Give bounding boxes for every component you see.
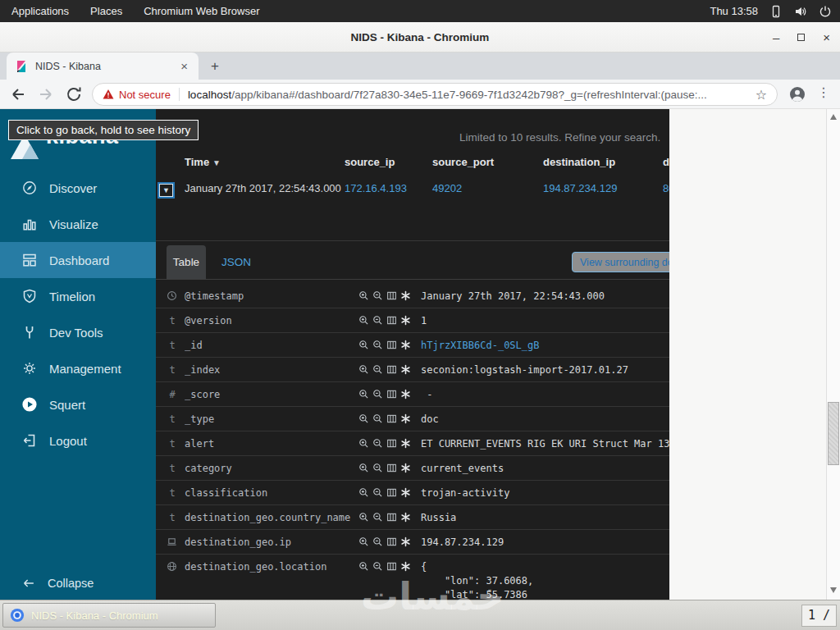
- clock[interactable]: Thu 13:58: [710, 5, 758, 17]
- toggle-column-icon[interactable]: [386, 512, 397, 523]
- zoom-in-icon[interactable]: [358, 389, 369, 399]
- zoom-in-icon[interactable]: [358, 340, 369, 350]
- minimize-button[interactable]: –: [773, 31, 779, 43]
- maximize-button[interactable]: [797, 34, 805, 41]
- outer-scrollbar-thumb[interactable]: [828, 402, 839, 465]
- back-icon[interactable]: [8, 84, 28, 104]
- display-icon[interactable]: [769, 5, 783, 18]
- zoom-in-icon[interactable]: [358, 413, 369, 424]
- field-actions: [358, 481, 421, 498]
- cell-destination-ip[interactable]: 194.87.234.129: [543, 182, 617, 194]
- sidebar-item-timelion[interactable]: Timelion: [0, 278, 156, 314]
- toggle-column-icon[interactable]: [386, 536, 397, 547]
- asterisk-icon[interactable]: [400, 561, 411, 572]
- address-bar[interactable]: Not secure localhost/app/kibana#/dashboa…: [92, 83, 778, 106]
- zoom-out-icon[interactable]: [372, 290, 383, 301]
- sidebar-collapse-button[interactable]: Collapse: [0, 567, 156, 600]
- zoom-in-icon[interactable]: [358, 487, 369, 498]
- doc-tab-json[interactable]: JSON: [217, 245, 255, 279]
- forward-icon[interactable]: [36, 84, 56, 104]
- toggle-column-icon[interactable]: [386, 364, 397, 375]
- zoom-in-icon[interactable]: [358, 364, 369, 375]
- zoom-out-icon[interactable]: [372, 512, 383, 523]
- column-header-destination_ip[interactable]: destination_ip: [543, 156, 615, 168]
- toggle-column-icon[interactable]: [386, 487, 397, 498]
- field-actions: [358, 505, 421, 523]
- taskbar-window-button[interactable]: NIDS - Kibana - Chromium: [2, 603, 216, 628]
- collapse-document-caret-icon[interactable]: ▼: [159, 184, 173, 197]
- toggle-column-icon[interactable]: [386, 389, 397, 399]
- toggle-column-icon[interactable]: [386, 438, 397, 449]
- sidebar-item-dashboard[interactable]: Dashboard: [0, 242, 156, 278]
- zoom-out-icon[interactable]: [372, 561, 383, 572]
- applications-menu[interactable]: Applications: [11, 5, 69, 17]
- outer-scrollbar[interactable]: [826, 109, 840, 600]
- zoom-in-icon[interactable]: [358, 315, 369, 326]
- asterisk-icon[interactable]: [400, 438, 411, 449]
- asterisk-icon[interactable]: [400, 315, 411, 326]
- zoom-out-icon[interactable]: [372, 463, 383, 473]
- volume-icon[interactable]: [794, 5, 807, 18]
- doc-tab-table[interactable]: Table: [167, 245, 206, 279]
- zoom-in-icon[interactable]: [358, 438, 369, 449]
- asterisk-icon[interactable]: [400, 290, 411, 301]
- workspace-indicator[interactable]: 1 / 4: [801, 605, 837, 627]
- column-header-source_port[interactable]: source_port: [432, 156, 494, 168]
- browser-tab[interactable]: NIDS - Kibana ×: [7, 52, 199, 80]
- asterisk-icon[interactable]: [400, 413, 411, 424]
- sidebar-item-logout[interactable]: Logout: [0, 422, 156, 459]
- outer-scroll-up-icon[interactable]: [830, 114, 837, 120]
- asterisk-icon[interactable]: [400, 389, 411, 399]
- url-text[interactable]: localhost/app/kibana#/dashboard/7f27a830…: [188, 89, 749, 101]
- zoom-out-icon[interactable]: [372, 487, 383, 498]
- column-header-time[interactable]: Time▼: [185, 156, 221, 168]
- profile-avatar-icon[interactable]: [789, 86, 806, 103]
- not-secure-label[interactable]: Not secure: [119, 89, 171, 101]
- browser-menu-icon[interactable]: ⋮: [817, 84, 830, 100]
- bookmark-star-icon[interactable]: ☆: [756, 87, 767, 103]
- zoom-out-icon[interactable]: [372, 536, 383, 547]
- zoom-in-icon[interactable]: [358, 290, 369, 301]
- toggle-column-icon[interactable]: [386, 561, 397, 572]
- outer-scroll-down-icon[interactable]: [830, 587, 837, 593]
- sidebar-item-dev-tools[interactable]: Dev Tools: [0, 314, 156, 350]
- new-tab-button[interactable]: +: [207, 58, 223, 75]
- not-secure-warning-icon[interactable]: [103, 89, 114, 100]
- sidebar-item-visualize[interactable]: Visualize: [0, 206, 156, 242]
- asterisk-icon[interactable]: [400, 340, 411, 350]
- column-header-source_ip[interactable]: source_ip: [345, 156, 395, 168]
- tab-close-icon[interactable]: ×: [178, 59, 190, 73]
- zoom-in-icon[interactable]: [358, 561, 369, 572]
- toggle-column-icon[interactable]: [386, 340, 397, 350]
- asterisk-icon[interactable]: [400, 487, 411, 498]
- zoom-out-icon[interactable]: [372, 413, 383, 424]
- power-icon[interactable]: [819, 5, 832, 18]
- asterisk-icon[interactable]: [400, 536, 411, 547]
- reload-icon[interactable]: [64, 84, 84, 104]
- active-app-menu[interactable]: Chromium Web Browser: [144, 5, 259, 17]
- zoom-out-icon[interactable]: [372, 364, 383, 375]
- asterisk-icon[interactable]: [400, 512, 411, 523]
- zoom-out-icon[interactable]: [372, 315, 383, 326]
- url-host: localhost: [188, 89, 231, 101]
- zoom-in-icon[interactable]: [358, 536, 369, 547]
- zoom-out-icon[interactable]: [372, 438, 383, 449]
- cell-source-port[interactable]: 49202: [432, 182, 462, 194]
- toggle-column-icon[interactable]: [386, 315, 397, 326]
- zoom-out-icon[interactable]: [372, 340, 383, 350]
- toggle-column-icon[interactable]: [386, 290, 397, 301]
- places-menu[interactable]: Places: [90, 5, 122, 17]
- toggle-column-icon[interactable]: [386, 413, 397, 424]
- cell-source-ip[interactable]: 172.16.4.193: [345, 182, 407, 194]
- toggle-column-icon[interactable]: [386, 463, 397, 473]
- sidebar-item-management[interactable]: Management: [0, 350, 156, 386]
- zoom-out-icon[interactable]: [372, 389, 383, 399]
- zoom-in-icon[interactable]: [358, 463, 369, 473]
- sidebar-item-discover[interactable]: Discover: [0, 170, 156, 206]
- asterisk-icon[interactable]: [400, 463, 411, 473]
- sidebar-item-squert[interactable]: Squert: [0, 386, 156, 422]
- sidebar-item-label: Squert: [49, 398, 85, 412]
- zoom-in-icon[interactable]: [358, 512, 369, 523]
- close-button[interactable]: ×: [823, 31, 830, 43]
- asterisk-icon[interactable]: [400, 364, 411, 375]
